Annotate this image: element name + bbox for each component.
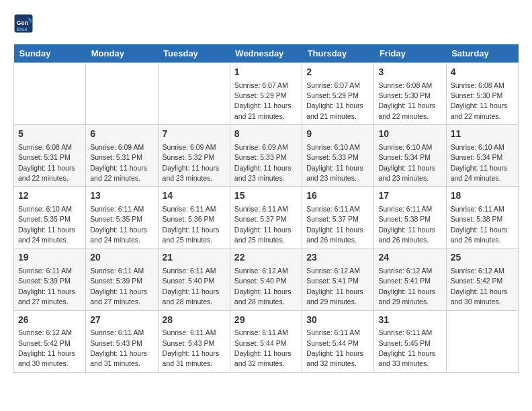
day-cell: 18 Sunrise: 6:11 AMSunset: 5:38 PMDaylig… bbox=[446, 187, 518, 248]
day-cell: 16 Sunrise: 6:11 AMSunset: 5:37 PMDaylig… bbox=[302, 187, 374, 248]
calendar-table: SundayMondayTuesdayWednesdayThursdayFrid… bbox=[13, 44, 519, 373]
day-cell: 4 Sunrise: 6:08 AMSunset: 5:30 PMDayligh… bbox=[446, 63, 518, 125]
day-info: Sunrise: 6:09 AMSunset: 5:32 PMDaylight:… bbox=[163, 143, 220, 182]
day-info: Sunrise: 6:11 AMSunset: 5:40 PMDaylight:… bbox=[163, 267, 220, 306]
day-number: 4 bbox=[451, 66, 514, 79]
svg-text:Gen: Gen bbox=[17, 19, 29, 26]
day-cell bbox=[446, 310, 518, 372]
day-number: 30 bbox=[306, 314, 369, 327]
day-number: 20 bbox=[90, 251, 153, 265]
day-info: Sunrise: 6:11 AMSunset: 5:38 PMDaylight:… bbox=[451, 205, 508, 244]
day-cell bbox=[158, 63, 230, 125]
day-cell: 8 Sunrise: 6:09 AMSunset: 5:33 PMDayligh… bbox=[230, 125, 302, 187]
day-cell: 15 Sunrise: 6:11 AMSunset: 5:37 PMDaylig… bbox=[230, 187, 302, 248]
day-info: Sunrise: 6:11 AMSunset: 5:43 PMDaylight:… bbox=[90, 328, 147, 367]
logo: Gen Blue bbox=[13, 13, 36, 34]
day-cell: 29 Sunrise: 6:11 AMSunset: 5:44 PMDaylig… bbox=[230, 310, 302, 372]
day-cell: 13 Sunrise: 6:11 AMSunset: 5:35 PMDaylig… bbox=[86, 187, 158, 248]
day-info: Sunrise: 6:11 AMSunset: 5:35 PMDaylight:… bbox=[90, 205, 147, 244]
header-cell-monday: Monday bbox=[86, 44, 158, 63]
day-cell: 27 Sunrise: 6:11 AMSunset: 5:43 PMDaylig… bbox=[86, 310, 158, 372]
day-number: 21 bbox=[163, 251, 226, 265]
day-info: Sunrise: 6:11 AMSunset: 5:39 PMDaylight:… bbox=[90, 267, 147, 306]
day-number: 11 bbox=[451, 128, 514, 141]
logo-icon: Gen Blue bbox=[13, 13, 34, 34]
calendar-body: 1 Sunrise: 6:07 AMSunset: 5:29 PMDayligh… bbox=[14, 63, 519, 373]
svg-text:Blue: Blue bbox=[17, 26, 28, 32]
header-cell-thursday: Thursday bbox=[302, 44, 374, 63]
day-number: 12 bbox=[18, 189, 81, 203]
calendar-header: SundayMondayTuesdayWednesdayThursdayFrid… bbox=[14, 44, 519, 63]
day-info: Sunrise: 6:11 AMSunset: 5:36 PMDaylight:… bbox=[163, 205, 220, 244]
day-cell: 3 Sunrise: 6:08 AMSunset: 5:30 PMDayligh… bbox=[374, 63, 446, 125]
day-info: Sunrise: 6:09 AMSunset: 5:31 PMDaylight:… bbox=[90, 143, 147, 182]
day-info: Sunrise: 6:07 AMSunset: 5:29 PMDaylight:… bbox=[234, 81, 292, 120]
day-cell bbox=[14, 63, 86, 125]
day-number: 9 bbox=[306, 128, 369, 141]
day-cell: 24 Sunrise: 6:12 AMSunset: 5:41 PMDaylig… bbox=[374, 248, 446, 310]
day-info: Sunrise: 6:10 AMSunset: 5:34 PMDaylight:… bbox=[451, 143, 508, 182]
day-info: Sunrise: 6:10 AMSunset: 5:33 PMDaylight:… bbox=[306, 143, 363, 182]
day-cell: 28 Sunrise: 6:11 AMSunset: 5:43 PMDaylig… bbox=[158, 310, 230, 372]
day-cell: 31 Sunrise: 6:11 AMSunset: 5:45 PMDaylig… bbox=[374, 310, 446, 372]
day-info: Sunrise: 6:08 AMSunset: 5:31 PMDaylight:… bbox=[18, 143, 75, 182]
day-number: 26 bbox=[18, 314, 81, 327]
day-info: Sunrise: 6:11 AMSunset: 5:39 PMDaylight:… bbox=[18, 267, 75, 306]
day-info: Sunrise: 6:11 AMSunset: 5:44 PMDaylight:… bbox=[306, 328, 363, 367]
day-cell: 30 Sunrise: 6:11 AMSunset: 5:44 PMDaylig… bbox=[302, 310, 374, 372]
day-cell: 17 Sunrise: 6:11 AMSunset: 5:38 PMDaylig… bbox=[374, 187, 446, 248]
day-number: 14 bbox=[163, 189, 226, 203]
day-cell: 5 Sunrise: 6:08 AMSunset: 5:31 PMDayligh… bbox=[14, 125, 86, 187]
day-number: 15 bbox=[234, 189, 298, 203]
day-number: 13 bbox=[90, 189, 153, 203]
day-number: 25 bbox=[451, 251, 514, 265]
day-info: Sunrise: 6:12 AMSunset: 5:41 PMDaylight:… bbox=[306, 267, 363, 306]
day-number: 5 bbox=[18, 128, 81, 141]
day-number: 22 bbox=[234, 251, 298, 265]
week-row-1: 1 Sunrise: 6:07 AMSunset: 5:29 PMDayligh… bbox=[14, 63, 519, 125]
day-cell: 9 Sunrise: 6:10 AMSunset: 5:33 PMDayligh… bbox=[302, 125, 374, 187]
week-row-5: 26 Sunrise: 6:12 AMSunset: 5:42 PMDaylig… bbox=[14, 310, 519, 372]
day-cell: 12 Sunrise: 6:10 AMSunset: 5:35 PMDaylig… bbox=[14, 187, 86, 248]
day-info: Sunrise: 6:12 AMSunset: 5:42 PMDaylight:… bbox=[18, 328, 75, 367]
day-number: 17 bbox=[378, 189, 441, 203]
day-info: Sunrise: 6:11 AMSunset: 5:38 PMDaylight:… bbox=[378, 205, 435, 244]
day-info: Sunrise: 6:11 AMSunset: 5:37 PMDaylight:… bbox=[306, 205, 363, 244]
day-cell: 7 Sunrise: 6:09 AMSunset: 5:32 PMDayligh… bbox=[158, 125, 230, 187]
day-info: Sunrise: 6:10 AMSunset: 5:34 PMDaylight:… bbox=[378, 143, 435, 182]
header-cell-friday: Friday bbox=[374, 44, 446, 63]
day-cell: 22 Sunrise: 6:12 AMSunset: 5:40 PMDaylig… bbox=[230, 248, 302, 310]
day-number: 6 bbox=[90, 128, 153, 141]
day-cell: 26 Sunrise: 6:12 AMSunset: 5:42 PMDaylig… bbox=[14, 310, 86, 372]
day-info: Sunrise: 6:08 AMSunset: 5:30 PMDaylight:… bbox=[451, 81, 508, 120]
day-number: 19 bbox=[18, 251, 81, 265]
day-info: Sunrise: 6:12 AMSunset: 5:40 PMDaylight:… bbox=[234, 267, 292, 306]
day-number: 28 bbox=[163, 314, 226, 327]
week-row-2: 5 Sunrise: 6:08 AMSunset: 5:31 PMDayligh… bbox=[14, 125, 519, 187]
day-info: Sunrise: 6:11 AMSunset: 5:43 PMDaylight:… bbox=[163, 328, 220, 367]
day-number: 18 bbox=[451, 189, 514, 203]
day-number: 16 bbox=[306, 189, 369, 203]
day-number: 7 bbox=[163, 128, 226, 141]
day-cell bbox=[86, 63, 158, 125]
header-cell-wednesday: Wednesday bbox=[230, 44, 302, 63]
header-cell-tuesday: Tuesday bbox=[158, 44, 230, 63]
header-row: SundayMondayTuesdayWednesdayThursdayFrid… bbox=[14, 44, 519, 63]
week-row-4: 19 Sunrise: 6:11 AMSunset: 5:39 PMDaylig… bbox=[14, 248, 519, 310]
day-cell: 25 Sunrise: 6:12 AMSunset: 5:42 PMDaylig… bbox=[446, 248, 518, 310]
day-cell: 10 Sunrise: 6:10 AMSunset: 5:34 PMDaylig… bbox=[374, 125, 446, 187]
day-info: Sunrise: 6:12 AMSunset: 5:41 PMDaylight:… bbox=[378, 267, 435, 306]
day-cell: 1 Sunrise: 6:07 AMSunset: 5:29 PMDayligh… bbox=[230, 63, 302, 125]
week-row-3: 12 Sunrise: 6:10 AMSunset: 5:35 PMDaylig… bbox=[14, 187, 519, 248]
day-cell: 2 Sunrise: 6:07 AMSunset: 5:29 PMDayligh… bbox=[302, 63, 374, 125]
day-info: Sunrise: 6:10 AMSunset: 5:35 PMDaylight:… bbox=[18, 205, 75, 244]
day-cell: 11 Sunrise: 6:10 AMSunset: 5:34 PMDaylig… bbox=[446, 125, 518, 187]
day-cell: 23 Sunrise: 6:12 AMSunset: 5:41 PMDaylig… bbox=[302, 248, 374, 310]
header-cell-sunday: Sunday bbox=[14, 44, 86, 63]
day-cell: 19 Sunrise: 6:11 AMSunset: 5:39 PMDaylig… bbox=[14, 248, 86, 310]
day-number: 27 bbox=[90, 314, 153, 327]
page-header: Gen Blue bbox=[13, 13, 519, 34]
day-number: 31 bbox=[378, 314, 441, 327]
day-info: Sunrise: 6:08 AMSunset: 5:30 PMDaylight:… bbox=[378, 81, 435, 120]
day-cell: 6 Sunrise: 6:09 AMSunset: 5:31 PMDayligh… bbox=[86, 125, 158, 187]
